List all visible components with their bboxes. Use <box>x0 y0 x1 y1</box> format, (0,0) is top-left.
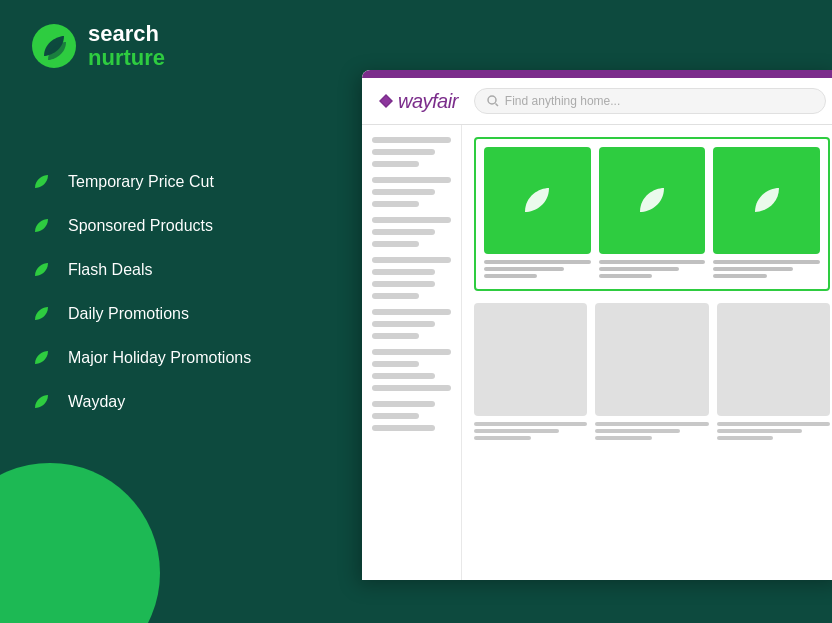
card-line <box>717 429 802 433</box>
card-line <box>595 436 652 440</box>
sidebar-line <box>372 333 419 339</box>
svg-point-3 <box>488 96 496 104</box>
nav-label-flash-deals: Flash Deals <box>68 261 152 279</box>
leaf-icon-2 <box>30 214 54 238</box>
sponsored-product-card-2[interactable] <box>599 147 706 254</box>
sponsored-products-banner <box>474 137 830 291</box>
card-line <box>595 429 680 433</box>
sidebar-line <box>372 269 435 275</box>
card-line <box>599 260 706 264</box>
logo-icon <box>30 22 78 70</box>
wayfair-diamond-icon <box>378 93 394 109</box>
logo-search-word: search <box>88 22 165 46</box>
leaf-icon-3 <box>30 258 54 282</box>
sidebar-line <box>372 293 419 299</box>
sidebar-line <box>372 281 435 287</box>
wayfair-search-placeholder: Find anything home... <box>505 94 620 108</box>
sidebar-line <box>372 309 451 315</box>
product-leaf-icon-1 <box>517 180 557 220</box>
card-line <box>713 260 820 264</box>
card-line <box>599 274 652 278</box>
main-navigation: Temporary Price Cut Sponsored Products F… <box>30 170 251 414</box>
wayfair-search-bar[interactable]: Find anything home... <box>474 88 826 114</box>
sidebar-line <box>372 425 435 431</box>
browser-mockup: wayfair Find anything home... <box>362 70 832 580</box>
sidebar-line <box>372 321 435 327</box>
regular-product-card-3[interactable] <box>717 303 830 416</box>
svg-line-4 <box>495 104 498 107</box>
nav-item-daily-promotions[interactable]: Daily Promotions <box>30 302 251 326</box>
card-line <box>713 274 766 278</box>
sidebar-line <box>372 413 419 419</box>
sidebar-line <box>372 361 419 367</box>
sidebar-line <box>372 401 435 407</box>
card-line <box>595 422 708 426</box>
regular-product-grid <box>474 303 830 416</box>
product-leaf-icon-3 <box>747 180 787 220</box>
nav-item-sponsored-products[interactable]: Sponsored Products <box>30 214 251 238</box>
card-line <box>717 422 830 426</box>
regular-product-card-2[interactable] <box>595 303 708 416</box>
sidebar-line <box>372 349 451 355</box>
regular-card-labels <box>474 422 830 443</box>
wayfair-header: wayfair Find anything home... <box>362 78 832 125</box>
sidebar-line <box>372 201 419 207</box>
card-line <box>474 436 531 440</box>
nav-label-sponsored-products: Sponsored Products <box>68 217 213 235</box>
sidebar-line <box>372 257 451 263</box>
sidebar-line <box>372 137 451 143</box>
logo-text: search nurture <box>88 22 165 70</box>
card-line <box>484 274 537 278</box>
nav-item-temporary-price-cut[interactable]: Temporary Price Cut <box>30 170 251 194</box>
sponsored-product-card-1[interactable] <box>484 147 591 254</box>
card-line <box>599 267 679 271</box>
sidebar-line <box>372 177 451 183</box>
sidebar-line <box>372 149 435 155</box>
wayfair-logo: wayfair <box>378 90 458 113</box>
nav-item-flash-deals[interactable]: Flash Deals <box>30 258 251 282</box>
card-line <box>484 267 564 271</box>
leaf-icon-6 <box>30 390 54 414</box>
card-line <box>713 267 793 271</box>
nav-item-wayday[interactable]: Wayday <box>30 390 251 414</box>
regular-product-card-1[interactable] <box>474 303 587 416</box>
sponsored-product-card-3[interactable] <box>713 147 820 254</box>
leaf-icon-5 <box>30 346 54 370</box>
nav-label-daily-promotions: Daily Promotions <box>68 305 189 323</box>
sponsored-product-grid <box>484 147 820 254</box>
wayfair-main-content <box>462 125 832 580</box>
background-decoration <box>0 463 160 623</box>
wayfair-logo-text: wayfair <box>398 90 458 113</box>
nav-label-wayday: Wayday <box>68 393 125 411</box>
browser-top-bar <box>362 70 832 78</box>
sidebar-line <box>372 229 435 235</box>
sidebar-line <box>372 373 435 379</box>
logo: search nurture <box>30 22 165 70</box>
logo-nurture-word: nurture <box>88 46 165 70</box>
sidebar-line <box>372 385 451 391</box>
sidebar-line <box>372 241 419 247</box>
sidebar-line <box>372 189 435 195</box>
browser-content <box>362 125 832 580</box>
nav-label-temporary-price-cut: Temporary Price Cut <box>68 173 214 191</box>
product-leaf-icon-2 <box>632 180 672 220</box>
sidebar-line <box>372 217 451 223</box>
card-line <box>474 422 587 426</box>
nav-item-major-holiday-promotions[interactable]: Major Holiday Promotions <box>30 346 251 370</box>
sidebar-line <box>372 161 419 167</box>
wayfair-sidebar <box>362 125 462 580</box>
leaf-icon-4 <box>30 302 54 326</box>
search-icon <box>487 95 499 107</box>
card-line <box>474 429 559 433</box>
nav-label-major-holiday-promotions: Major Holiday Promotions <box>68 349 251 367</box>
sponsored-card-labels <box>484 260 820 281</box>
leaf-icon-1 <box>30 170 54 194</box>
card-line <box>717 436 774 440</box>
card-line <box>484 260 591 264</box>
